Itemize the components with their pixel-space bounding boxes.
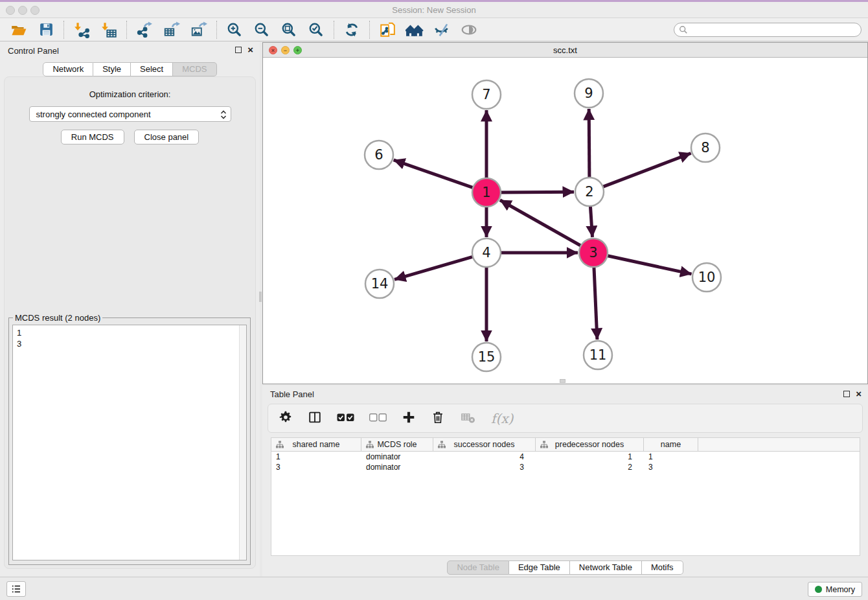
graph-node-label: 15 <box>478 349 496 365</box>
result-scrollbar[interactable] <box>239 325 246 560</box>
folder-open-icon <box>10 21 27 38</box>
clone-network-icon <box>379 21 396 38</box>
toolbar-separator <box>63 21 64 39</box>
table-cell[interactable]: 1 <box>536 452 644 461</box>
table-cell[interactable]: 1 <box>644 452 698 461</box>
maximize-window-button[interactable] <box>30 6 40 15</box>
toolbar-separator <box>334 21 334 39</box>
save-session-button[interactable] <box>32 19 60 40</box>
refresh-icon <box>343 21 360 38</box>
memory-status-icon <box>815 586 822 593</box>
table-cell[interactable]: 3 <box>644 463 698 472</box>
hide-selected-button[interactable] <box>428 19 455 40</box>
table-row[interactable]: 3dominator323 <box>271 462 860 472</box>
delete-table-button[interactable] <box>460 410 476 427</box>
eye-slash-icon <box>433 21 450 38</box>
select-all-columns-button[interactable] <box>337 413 354 424</box>
tab-network[interactable]: Network <box>43 62 93 76</box>
mcds-result-group: MCDS result (2 nodes) 1 3 <box>8 317 251 565</box>
maximize-view-button[interactable]: + <box>293 46 302 54</box>
table-settings-button[interactable] <box>279 410 293 427</box>
delete-column-button[interactable] <box>431 410 445 427</box>
graph-node-label: 7 <box>482 87 490 102</box>
tab-network-table[interactable]: Network Table <box>570 560 642 575</box>
table-cell[interactable]: 3 <box>271 463 361 472</box>
table-cell[interactable]: 4 <box>433 452 536 461</box>
apply-preferred-layout-button[interactable] <box>338 19 365 40</box>
control-panel: Control Panel × Network Style Select MCD… <box>0 41 260 577</box>
table-cell[interactable]: dominator <box>361 452 433 461</box>
open-session-button[interactable] <box>5 19 32 40</box>
table-cell[interactable]: 2 <box>536 463 644 472</box>
table-body: 1dominator4113dominator323 <box>271 452 860 472</box>
column-header-successor-nodes[interactable]: successor nodes <box>433 438 536 451</box>
column-header-name[interactable]: name <box>644 438 698 451</box>
show-column-panel-button[interactable] <box>308 410 322 427</box>
zoom-out-icon <box>253 21 270 38</box>
column-header-mcds-role[interactable]: MCDS role <box>361 438 433 451</box>
table-toolbar: f(x) <box>268 404 863 433</box>
home-button[interactable] <box>401 19 428 40</box>
graph-edge <box>601 154 691 188</box>
close-panel-button[interactable]: Close panel <box>134 130 200 144</box>
tab-node-table[interactable]: Node Table <box>447 560 509 575</box>
graph-node-label: 9 <box>584 86 593 101</box>
export-table-button[interactable] <box>158 19 185 40</box>
table-cell[interactable]: 3 <box>433 463 536 472</box>
function-builder-button[interactable]: f(x) <box>491 411 513 426</box>
criterion-select[interactable]: strongly connected component <box>29 106 231 122</box>
close-panel-icon[interactable]: × <box>247 47 253 53</box>
search-field[interactable] <box>674 23 862 37</box>
zoom-out-button[interactable] <box>248 19 275 40</box>
result-line: 1 <box>17 327 246 338</box>
zoom-in-button[interactable] <box>221 19 248 40</box>
create-column-button[interactable] <box>402 410 416 427</box>
graph-edge <box>594 265 597 340</box>
column-header-predecessor-nodes[interactable]: predecessor nodes <box>536 438 644 451</box>
run-mcds-button[interactable]: Run MCDS <box>61 130 124 144</box>
memory-button[interactable]: Memory <box>808 582 862 597</box>
tab-motifs[interactable]: Motifs <box>642 560 683 575</box>
mcds-result-list[interactable]: 1 3 <box>12 325 247 560</box>
zoom-fit-button[interactable] <box>275 19 303 40</box>
minimize-view-button[interactable]: − <box>281 46 290 54</box>
table-cell[interactable]: 1 <box>271 452 361 461</box>
close-panel-icon[interactable]: × <box>856 391 862 397</box>
window-title: Session: New Session <box>0 2 868 18</box>
optimization-criterion-label: Optimization criterion: <box>5 89 255 99</box>
import-network-icon <box>73 21 90 38</box>
export-image-button[interactable] <box>185 19 212 40</box>
tab-edge-table[interactable]: Edge Table <box>509 560 570 575</box>
table-cell[interactable]: dominator <box>361 463 433 472</box>
tab-mcds[interactable]: MCDS <box>173 62 216 76</box>
search-input[interactable] <box>688 24 861 36</box>
clone-network-button[interactable] <box>374 19 401 40</box>
graph-node-label: 2 <box>585 184 593 200</box>
zoom-selected-button[interactable] <box>303 19 330 40</box>
import-table-button[interactable] <box>95 19 122 40</box>
task-history-button[interactable] <box>6 581 26 597</box>
table-row[interactable]: 1dominator411 <box>271 452 860 462</box>
show-all-button[interactable] <box>455 19 483 40</box>
export-network-button[interactable] <box>131 19 158 40</box>
network-canvas[interactable]: 1234678910111415 <box>263 58 867 384</box>
node-table: shared name MCDS role successor nodes pr… <box>271 437 860 556</box>
minimize-window-button[interactable] <box>18 6 27 15</box>
toolbar-separator <box>369 21 370 39</box>
splitter-handle[interactable] <box>259 292 262 302</box>
column-header-shared-name[interactable]: shared name <box>271 438 361 451</box>
import-network-button[interactable] <box>68 19 95 40</box>
view-resize-handle[interactable] <box>560 379 565 383</box>
float-panel-icon[interactable] <box>235 47 242 53</box>
result-line: 3 <box>17 338 246 349</box>
mcds-result-title: MCDS result (2 nodes) <box>13 313 102 323</box>
main-toolbar <box>0 18 868 41</box>
tab-style[interactable]: Style <box>93 62 131 76</box>
close-window-button[interactable] <box>6 6 15 15</box>
unselect-all-columns-button[interactable] <box>369 413 387 424</box>
close-view-button[interactable]: × <box>269 46 277 54</box>
select-arrows-icon <box>220 110 227 120</box>
float-panel-icon[interactable] <box>843 391 850 397</box>
tab-select[interactable]: Select <box>131 62 173 76</box>
network-window-titlebar[interactable]: × − + scc.txt <box>263 43 867 58</box>
